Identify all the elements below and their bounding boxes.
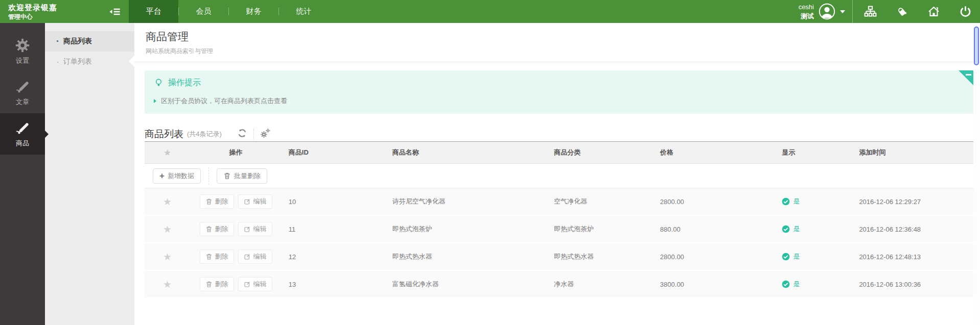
delete-button[interactable]: 删除 — [200, 194, 234, 209]
star-icon[interactable]: ★ — [163, 223, 172, 235]
batch-delete-button[interactable]: 批量删除 — [217, 168, 267, 184]
main-content: 商品管理 网站系统商品索引与管理 操作提示 区别于会员协议，可在商品列表页点击查… — [134, 23, 980, 325]
star-icon[interactable]: ★ — [163, 279, 172, 290]
list-header: 商品列表 (共4条记录) — [145, 127, 974, 141]
top-nav: 平台 会员 财务 统计 — [129, 0, 329, 23]
check-circle-icon — [782, 280, 790, 288]
product-id: 13 — [282, 281, 385, 288]
chevron-down-icon[interactable] — [840, 10, 845, 13]
visible-value: 是 — [793, 197, 800, 206]
tips-line: 区别于会员协议，可在商品列表页点击查看 — [154, 96, 964, 106]
tab-finance[interactable]: 财务 — [229, 0, 278, 23]
table-header-row: ★ 操作 商品ID 商品名称 商品分类 价格 显示 添加时间 — [145, 141, 974, 164]
check-circle-icon — [782, 197, 790, 206]
star-icon[interactable]: ★ — [163, 251, 172, 263]
page-title: 商品管理 — [146, 30, 968, 44]
sidebar-item-settings[interactable]: 设置 — [0, 31, 45, 72]
trash-icon — [223, 172, 231, 180]
created-time: 2016-12-06 12:48:13 — [852, 253, 974, 261]
home-icon[interactable] — [927, 5, 940, 18]
gear-icon — [15, 38, 30, 53]
avatar[interactable] — [819, 3, 835, 20]
tips-panel: 操作提示 区别于会员协议，可在商品列表页点击查看 — [145, 70, 974, 114]
tab-members[interactable]: 会员 — [179, 0, 228, 23]
paint-icon[interactable] — [896, 5, 908, 18]
trash-icon — [205, 198, 213, 205]
created-time: 2016-12-06 13:00:36 — [852, 281, 974, 288]
toolbar-separator — [208, 167, 209, 185]
submenu-item-order-list[interactable]: · 订单列表 — [45, 52, 134, 72]
product-name: 诗芬尼空气净化器 — [385, 197, 547, 206]
page-subtitle: 网站系统商品索引与管理 — [146, 47, 968, 56]
minus-icon[interactable] — [966, 74, 971, 76]
table-toolbar: + 新增数据 批量删除 — [145, 164, 974, 188]
delete-button[interactable]: 删除 — [200, 277, 234, 291]
table-row: ★ 删除 编辑 13 富氢磁化净水器 净水器 3800.00 — [145, 271, 974, 298]
col-product-name: 商品名称 — [385, 148, 547, 157]
sidebar-collapse-icon[interactable] — [108, 0, 122, 23]
power-icon[interactable] — [959, 5, 972, 18]
product-category: 即热式热水器 — [547, 252, 653, 261]
brand: 欢迎登录银嘉 管理中心 — [0, 0, 108, 23]
scrollbar-thumb[interactable] — [974, 27, 979, 65]
tab-statistics[interactable]: 统计 — [279, 0, 329, 23]
edit-button[interactable]: 编辑 — [238, 222, 272, 236]
product-name: 即热式热水器 — [385, 252, 547, 261]
sidebar: 设置 文章 商品 — [0, 23, 45, 325]
sitemap-icon[interactable] — [864, 5, 877, 18]
product-name: 富氢磁化净水器 — [385, 280, 547, 289]
list-title: 商品列表 — [145, 128, 183, 141]
submenu-item-product-list[interactable]: · 商品列表 — [45, 31, 134, 52]
body-row: 设置 文章 商品 — [0, 23, 980, 325]
product-price: 3800.00 — [653, 281, 775, 288]
product-price: 880.00 — [653, 226, 775, 233]
edit-button[interactable]: 编辑 — [238, 194, 272, 209]
content-notch — [129, 56, 134, 67]
plus-icon: + — [159, 171, 165, 180]
table-row: ★ 删除 编辑 11 即热式泡茶炉 即热式泡茶炉 880.00 — [145, 216, 974, 243]
brand-title: 欢迎登录银嘉 — [8, 3, 108, 13]
record-count: (共4条记录) — [187, 130, 222, 139]
col-created: 添加时间 — [852, 148, 974, 157]
table-settings-button[interactable] — [260, 128, 270, 140]
edit-button[interactable]: 编辑 — [238, 277, 272, 291]
topbar-icon-group — [853, 0, 980, 23]
pen-icon — [15, 79, 30, 94]
lightbulb-icon — [154, 78, 164, 88]
star-icon: ★ — [164, 147, 171, 158]
tips-collapse-corner[interactable] — [959, 70, 974, 86]
refresh-icon — [237, 128, 247, 138]
page-scrollbar[interactable] — [973, 23, 980, 325]
col-category: 商品分类 — [547, 148, 653, 157]
tab-platform[interactable]: 平台 — [129, 0, 178, 23]
pen-icon — [15, 120, 30, 136]
sidebar-item-articles[interactable]: 文章 — [0, 72, 45, 113]
edit-icon — [244, 198, 251, 205]
tip-bullet-icon — [154, 99, 156, 103]
delete-button[interactable]: 删除 — [200, 249, 234, 264]
visible-value: 是 — [793, 280, 800, 289]
user-box[interactable]: ceshi 测试 — [799, 0, 852, 23]
refresh-button[interactable] — [237, 128, 247, 140]
add-data-button[interactable]: + 新增数据 — [153, 168, 201, 184]
table-body: ★ 删除 编辑 10 诗芬尼空气净化器 空气净化器 2800.00 — [145, 188, 974, 298]
edit-button[interactable]: 编辑 — [238, 249, 272, 264]
product-price: 2800.00 — [653, 253, 775, 261]
brand-subtitle: 管理中心 — [8, 13, 108, 21]
tools-divider — [253, 129, 254, 140]
delete-button[interactable]: 删除 — [200, 222, 234, 236]
created-time: 2016-12-06 12:36:48 — [852, 226, 974, 233]
check-circle-icon — [782, 253, 790, 261]
col-actions: 操作 — [190, 148, 282, 157]
tips-title: 操作提示 — [168, 78, 201, 88]
top-bar: 欢迎登录银嘉 管理中心 平台 会员 财务 统计 ceshi 测试 — [0, 0, 980, 23]
product-price: 2800.00 — [653, 198, 775, 206]
active-item-arrow — [45, 131, 49, 138]
sidebar-item-products[interactable]: 商品 — [0, 113, 45, 155]
product-id: 11 — [282, 226, 385, 233]
star-icon[interactable]: ★ — [163, 196, 172, 208]
trash-icon — [205, 226, 213, 233]
trash-icon — [205, 253, 213, 260]
visible-value: 是 — [793, 224, 800, 234]
col-price: 价格 — [653, 148, 775, 157]
